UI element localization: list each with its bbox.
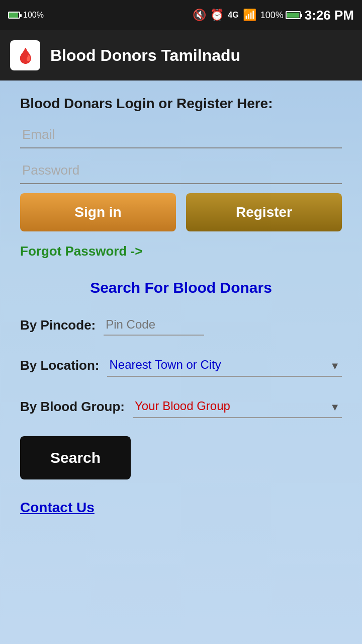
pincode-input[interactable] <box>104 314 204 336</box>
login-section-title: Blood Donars Login or Register Here: <box>20 96 342 112</box>
email-field[interactable] <box>20 122 342 148</box>
location-dropdown[interactable]: Nearest Town or City <box>107 354 342 377</box>
location-row: By Location: Nearest Town or City ▼ <box>20 354 342 377</box>
battery-fill <box>287 13 299 18</box>
search-section: Search For Blood Donars By Pincode: By L… <box>20 279 342 500</box>
location-dropdown-value: Nearest Town or City <box>109 358 221 372</box>
signal-bars-icon: 📶 <box>243 9 256 22</box>
network-icon: 4G <box>228 11 238 20</box>
location-label: By Location: <box>20 358 99 373</box>
login-section: Blood Donars Login or Register Here: Sig… <box>20 96 342 259</box>
register-button[interactable]: Register <box>186 193 342 231</box>
search-button[interactable]: Search <box>20 436 131 479</box>
auth-buttons-row: Sign in Register <box>20 193 342 231</box>
battery-pct-label: 100% <box>260 10 284 21</box>
main-content: Blood Donars Login or Register Here: Sig… <box>0 80 362 541</box>
forgot-password-link[interactable]: Forgot Password -> <box>20 244 342 259</box>
battery-icon-small <box>8 12 20 19</box>
pincode-label: By Pincode: <box>20 317 96 333</box>
footer: Contact Us <box>20 500 342 516</box>
battery-container: 100% <box>260 10 301 21</box>
contact-us-link[interactable]: Contact Us <box>20 500 342 516</box>
location-dropdown-arrow-icon: ▼ <box>330 360 340 372</box>
password-field[interactable] <box>20 157 342 184</box>
blood-group-dropdown-value: Your Blood Group <box>135 399 230 413</box>
status-bar: 100% 🔇 ⏰ 4G 📶 100% 3:26 PM <box>0 0 362 30</box>
alarm-icon: ⏰ <box>210 9 224 22</box>
blood-group-label: By Blood Group: <box>20 399 125 415</box>
pincode-row: By Pincode: <box>20 314 342 336</box>
signin-button[interactable]: Sign in <box>20 193 176 231</box>
mute-icon: 🔇 <box>193 9 206 22</box>
blood-group-dropdown-wrapper: Your Blood Group ▼ <box>133 395 342 418</box>
status-right: 🔇 ⏰ 4G 📶 100% 3:26 PM <box>193 8 354 23</box>
clock: 3:26 PM <box>305 8 354 23</box>
app-logo: 🩸 <box>10 40 40 70</box>
app-header: 🩸 Blood Donors Tamilnadu <box>0 30 362 80</box>
app-title: Blood Donors Tamilnadu <box>50 46 240 65</box>
battery-percent-small: 100% <box>23 11 44 20</box>
battery-body <box>286 11 301 19</box>
search-section-title: Search For Blood Donars <box>20 279 342 296</box>
blood-group-dropdown[interactable]: Your Blood Group <box>133 395 342 418</box>
blood-group-dropdown-arrow-icon: ▼ <box>330 401 340 413</box>
status-left: 100% <box>8 11 44 20</box>
blood-group-row: By Blood Group: Your Blood Group ▼ <box>20 395 342 418</box>
location-dropdown-wrapper: Nearest Town or City ▼ <box>107 354 342 377</box>
blood-drop-icon: 🩸 <box>16 47 35 64</box>
